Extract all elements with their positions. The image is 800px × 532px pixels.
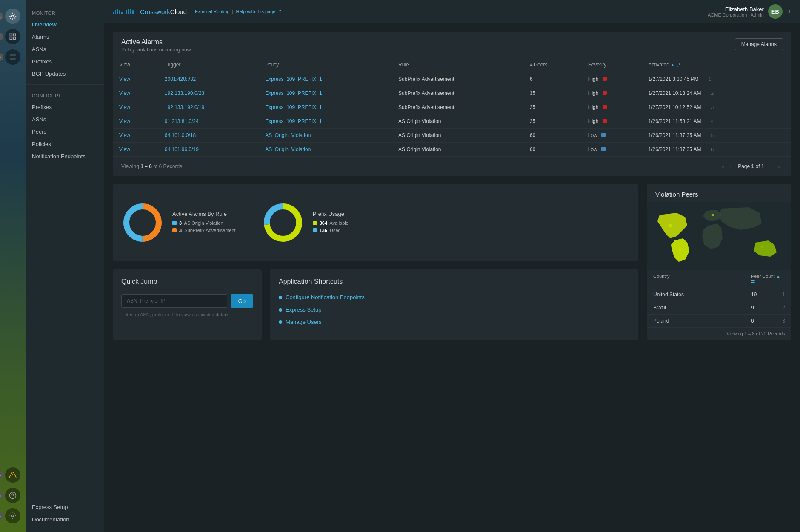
icon-rail: 1 2 3 4 5 xyxy=(0,0,26,532)
shortcut-bullet-0 xyxy=(279,296,282,299)
alarm-policy[interactable]: Express_109_PREFIX_1 xyxy=(265,90,322,96)
alarm-view-link[interactable]: View xyxy=(119,118,130,124)
alarm-policy[interactable]: Express_109_PREFIX_1 xyxy=(265,76,322,82)
nav-bgp-updates[interactable]: BGP Updates xyxy=(26,68,104,80)
alarm-trigger[interactable]: 192.133.192.0/19 xyxy=(165,104,204,110)
user-avatar[interactable]: EB xyxy=(768,4,783,19)
alarm-trigger[interactable]: 192.133.190.0/23 xyxy=(165,90,204,96)
page-last[interactable]: » xyxy=(774,162,783,171)
peer-country: Poland xyxy=(653,318,751,324)
alarms-donut xyxy=(121,201,164,244)
rail-icon-3[interactable]: 3 xyxy=(5,49,20,65)
quick-jump-go-button[interactable]: Go xyxy=(231,294,253,308)
alarm-view-link[interactable]: View xyxy=(119,90,130,96)
alarm-rule: AS Origin Violation xyxy=(392,129,523,143)
severity-indicator xyxy=(603,119,607,123)
alarm-activated: 1/27/2021 10:13:24 AM 2 xyxy=(642,86,791,100)
alarm-trigger[interactable]: 64.101.0.0/18 xyxy=(165,132,196,138)
alarm-activated: 1/27/2021 10:12:52 AM 3 xyxy=(642,100,791,114)
col-severity: Severity xyxy=(582,57,642,72)
nav-asns[interactable]: ASNs xyxy=(26,43,104,55)
severity-indicator xyxy=(603,77,607,81)
alarm-trigger[interactable]: 64.101.96.0/19 xyxy=(165,146,199,152)
alarm-peers: 35 xyxy=(523,86,582,100)
shortcut-item-1[interactable]: Express Setup xyxy=(279,306,630,313)
rail-icon-6[interactable]: 6 xyxy=(5,508,20,523)
alarm-rule: SubPrefix Advertisement xyxy=(392,100,523,114)
alarm-view-link[interactable]: View xyxy=(119,132,130,138)
alarms-title: Active Alarms xyxy=(121,38,191,46)
prefix-usage-title: Prefix Usage xyxy=(313,211,349,217)
svg-point-12 xyxy=(12,515,14,517)
alarm-policy[interactable]: Express_109_PREFIX_1 xyxy=(265,104,322,110)
prefix-donut xyxy=(262,201,304,244)
nav-alarms[interactable]: Alarms xyxy=(26,31,104,43)
quick-jump-title: Quick Jump xyxy=(121,278,253,286)
alarm-trigger[interactable]: 2001:420::/32 xyxy=(165,76,196,82)
alarm-trigger[interactable]: 91.213.81.0/24 xyxy=(165,118,199,124)
quick-jump-input[interactable] xyxy=(121,294,227,308)
nav-express-setup[interactable]: Express Setup xyxy=(26,501,104,513)
alarm-policy[interactable]: Express_109_PREFIX_1 xyxy=(265,118,322,124)
peers-col-count: Peer Count ▲ ⇄ xyxy=(751,274,785,284)
nav-overview[interactable]: Overview xyxy=(26,18,104,31)
page-prev[interactable]: ‹ xyxy=(727,162,734,171)
svg-rect-2 xyxy=(14,34,16,36)
alarm-policy[interactable]: AS_Origin_Violation xyxy=(265,132,311,138)
row-number: 5 xyxy=(711,133,714,138)
alarm-view-link[interactable]: View xyxy=(119,104,130,110)
cisco-logo xyxy=(113,9,134,14)
alarms-legend: 3 AS Origin Violation 3 SubPrefix Advert… xyxy=(172,220,236,233)
rail-icon-2[interactable]: 2 xyxy=(5,29,20,44)
peers-table-row: Poland 6 3 xyxy=(647,315,791,328)
alarms-header: Active Alarms Policy violations occurrin… xyxy=(113,32,791,57)
svg-point-21 xyxy=(761,246,763,248)
brand-title: CrossworkCloud xyxy=(140,8,187,15)
shortcut-label-1: Express Setup xyxy=(286,306,322,313)
alarm-policy[interactable]: AS_Origin_Violation xyxy=(265,146,311,152)
bottom-row: Active Alarms By Rule 3 AS Origin Violat… xyxy=(113,184,791,340)
sub-nav: External Routing | Help with this page ? xyxy=(195,9,281,14)
nav-documentation[interactable]: Documentation xyxy=(26,513,104,526)
page-next[interactable]: › xyxy=(768,162,775,171)
alarm-view-link[interactable]: View xyxy=(119,76,130,82)
help-icon[interactable]: ? xyxy=(278,9,281,14)
shortcut-bullet-2 xyxy=(279,320,282,324)
peers-table-header: Country Peer Count ▲ ⇄ xyxy=(647,270,791,288)
active-alarms-card: Active Alarms Policy violations occurrin… xyxy=(113,32,791,176)
nav-cfg-notification-endpoints[interactable]: Notification Endpoints xyxy=(26,150,104,163)
nav-cfg-asns[interactable]: ASNs xyxy=(26,113,104,126)
alarm-severity: High xyxy=(582,72,642,86)
help-link[interactable]: Help with this page xyxy=(236,9,275,14)
rail-icon-4[interactable]: 4 xyxy=(5,467,20,483)
page-first[interactable]: « xyxy=(719,162,728,171)
alarm-rule: SubPrefix Advertisement xyxy=(392,72,523,86)
peers-col-country: Country xyxy=(653,274,751,284)
nav-prefixes[interactable]: Prefixes xyxy=(26,55,104,68)
severity-indicator xyxy=(601,147,606,151)
rail-icon-1[interactable]: 1 xyxy=(5,9,20,24)
rail-icon-5[interactable]: 5 xyxy=(5,488,20,503)
nav-cfg-prefixes[interactable]: Prefixes xyxy=(26,101,104,113)
alarm-view-link[interactable]: View xyxy=(119,146,130,152)
col-rule: Rule xyxy=(392,57,523,72)
col-trigger: Trigger xyxy=(158,57,259,72)
manage-alarms-button[interactable]: Manage Alarms xyxy=(735,38,783,50)
peers-table-row: Brazil 9 2 xyxy=(647,301,791,315)
shortcut-item-2[interactable]: Manage Users xyxy=(279,319,630,325)
severity-indicator xyxy=(603,91,607,95)
external-routing-link[interactable]: External Routing xyxy=(195,9,229,14)
peer-country: Brazil xyxy=(653,305,751,311)
svg-rect-1 xyxy=(10,34,12,36)
top-header: CrossworkCloud External Routing | Help w… xyxy=(104,0,800,23)
shortcut-item-0[interactable]: Configure Notification Endpoints xyxy=(279,294,630,300)
severity-indicator xyxy=(601,133,606,137)
nav-cfg-policies[interactable]: Policies xyxy=(26,138,104,150)
alarm-peers: 25 xyxy=(523,100,582,114)
svg-point-18 xyxy=(669,224,672,227)
peers-table-row: United States 19 1 xyxy=(647,288,791,301)
nav-cfg-peers[interactable]: Peers xyxy=(26,126,104,138)
peer-row-num: 1 xyxy=(777,292,785,297)
alarms-pagination: Viewing 1 – 6 of 6 Records « ‹ Page 1 of… xyxy=(113,157,791,176)
quick-jump-hint: Enter an ASN, prefix or IP to view assoc… xyxy=(121,312,253,317)
